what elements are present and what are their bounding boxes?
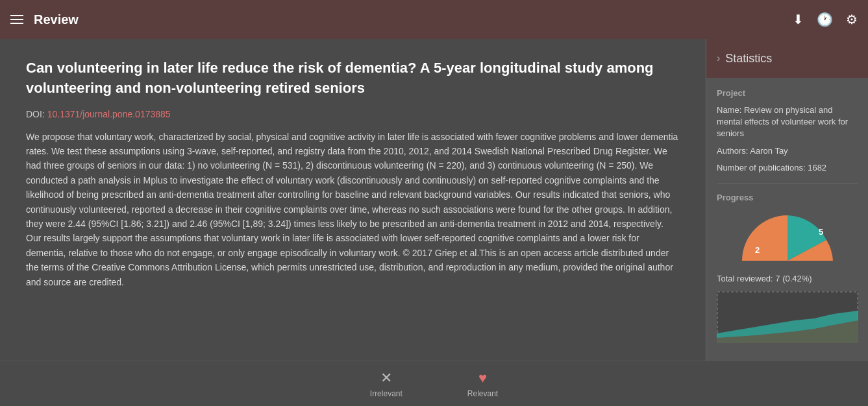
pie-label-2: 2 [755,245,760,255]
article-title: Can volunteering in later life reduce th… [26,58,680,99]
progress-section-label: Progress [717,193,858,202]
area-chart [717,291,858,343]
publications-info: Number of publications: 1682 [717,162,858,174]
app-title: Review [34,12,793,27]
sidebar-content: Project Name: Review on physical and men… [706,78,868,361]
menu-icon[interactable] [10,15,23,24]
settings-icon[interactable]: ⚙ [846,12,858,27]
project-name-label: Name: [717,105,741,115]
header: Review ⬇ 🕐 ⚙ [0,0,868,39]
sidebar-title: Statistics [725,52,772,66]
sidebar-chevron-icon[interactable]: › [717,53,720,64]
project-section-label: Project [717,88,858,98]
header-icons: ⬇ 🕐 ⚙ [793,12,858,27]
area-chart-svg [717,291,858,343]
relevant-icon: ♥ [478,370,487,387]
pie-chart-svg: 2 5 [736,209,839,267]
pie-chart: 2 5 [717,209,858,267]
doi-label: DOI: [26,109,45,119]
abstract-text: We propose that voluntary work, characte… [26,130,680,289]
content-area: Can volunteering in later life reduce th… [0,39,706,361]
project-name: Name: Review on physical and mental effe… [717,104,858,140]
history-icon[interactable]: 🕐 [817,12,833,27]
total-reviewed: Total reviewed: 7 (0.42%) [717,274,858,283]
authors-info: Authors: Aaron Tay [717,145,858,157]
relevant-label: Relevant [467,389,498,398]
main-layout: Can volunteering in later life reduce th… [0,39,868,361]
pie-label-5: 5 [819,227,823,237]
doi-link[interactable]: 10.1371/journal.pone.0173885 [47,109,171,119]
irrelevant-label: Irrelevant [370,389,403,398]
bottom-bar: ✕ Irrelevant ♥ Relevant [0,361,868,406]
svg-rect-0 [736,261,839,267]
sidebar-header: › Statistics [706,39,868,78]
sidebar-divider [717,183,858,184]
relevant-action[interactable]: ♥ Relevant [467,370,498,398]
irrelevant-icon: ✕ [380,370,392,387]
download-icon[interactable]: ⬇ [793,12,804,27]
sidebar: › Statistics Project Name: Review on phy… [706,39,868,361]
doi-line: DOI: 10.1371/journal.pone.0173885 [26,109,680,119]
irrelevant-action[interactable]: ✕ Irrelevant [370,370,403,398]
